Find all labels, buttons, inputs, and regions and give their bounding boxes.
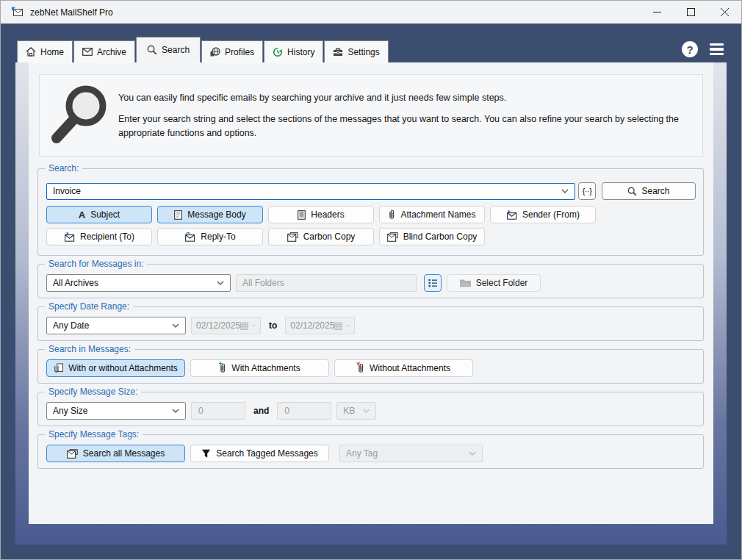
group-message-tags: Specify Message Tags: Search all Message… (37, 434, 704, 469)
toggle-with-or-without-attachments[interactable]: With or without Attachments (46, 359, 185, 377)
paperclip-icon (388, 209, 395, 220)
size-max-value: 0 (284, 406, 289, 416)
toggle-sender-from[interactable]: Sender (From) (490, 206, 596, 223)
toggle-search-all-messages[interactable]: Search all Messages (46, 445, 185, 462)
tag-select-value: Any Tag (346, 448, 378, 459)
content-frame: You can easily find specific emails by s… (15, 62, 727, 545)
search-query-input[interactable]: Invoice (46, 183, 575, 200)
group-date-range: Specify Date Range: Any Date 02/12/2025 (37, 306, 704, 341)
tab-search[interactable]: Search (136, 37, 201, 62)
tab-history[interactable]: History (264, 40, 323, 62)
group-location: Search for Messages in: All Archives All… (37, 264, 704, 298)
date-from-picker: 02/12/2025 (191, 317, 261, 334)
toggle-without-attachments[interactable]: × Without Attachments (334, 359, 473, 377)
tab-profiles[interactable]: Profiles (201, 40, 263, 62)
maximize-button[interactable] (674, 1, 707, 24)
search-icon (147, 45, 157, 55)
toggle-label: With Attachments (231, 363, 300, 373)
search-button[interactable]: Search (602, 182, 696, 200)
home-icon (26, 47, 36, 57)
tab-label: Profiles (225, 47, 254, 57)
intro-paragraph-2: Enter your search string and select the … (118, 112, 692, 139)
toggle-label: Carbon Copy (303, 231, 356, 242)
envelope-stack-icon (387, 232, 398, 242)
intro-text: You can easily find specific emails by s… (118, 91, 702, 139)
tab-strip: Home Archive Search Profiles (17, 37, 389, 62)
date-to-label: to (269, 320, 277, 331)
tag-select: Any Tag (339, 445, 483, 462)
toggle-recipient-to[interactable]: Recipient (To) (46, 228, 152, 245)
tab-label: History (287, 47, 314, 57)
window-title: zebNet MailShelf Pro (30, 7, 113, 18)
toggle-attachment-names[interactable]: Attachment Names (379, 206, 485, 223)
toggle-label: Without Attachments (370, 363, 450, 373)
size-and-label: and (253, 406, 269, 416)
size-min-value: 0 (198, 406, 203, 416)
envelope-icon (82, 48, 93, 56)
chevron-down-icon (172, 409, 179, 413)
group-message-size: Specify Message Size: Any Size 0 and 0 (37, 392, 704, 426)
date-preset-select[interactable]: Any Date (46, 317, 186, 334)
document-lines-icon (298, 210, 306, 220)
toggle-label: Reply-To (201, 231, 235, 242)
toggle-headers[interactable]: Headers (268, 206, 374, 223)
group-location-label: Search for Messages in: (45, 259, 147, 269)
folder-icon (460, 279, 471, 287)
envelope-stack-icon (67, 449, 78, 459)
group-attachments: Search in Messages: With or without Atta… (37, 349, 704, 384)
archive-select[interactable]: All Archives (46, 274, 231, 292)
envelope-in-icon (64, 232, 75, 242)
envelope-reply-icon (184, 232, 195, 242)
folder-tree-button[interactable] (424, 274, 442, 292)
paperclip-document-icon (54, 363, 63, 373)
group-date-range-label: Specify Date Range: (45, 301, 133, 312)
tab-home[interactable]: Home (17, 40, 73, 62)
date-to-picker: 02/12/2025 (285, 317, 355, 334)
intro-panel: You can easily find specific emails by s… (39, 74, 703, 157)
folder-select: All Folders (236, 274, 417, 292)
tab-label: Settings (347, 47, 379, 57)
close-button[interactable] (707, 1, 741, 24)
tab-archive[interactable]: Archive (73, 40, 135, 62)
size-max-input: 0 (277, 402, 331, 420)
app-body: Home Archive Search Profiles (1, 24, 741, 559)
toggle-blind-carbon-copy[interactable]: Blind Carbon Copy (379, 228, 485, 245)
chevron-down-icon (217, 281, 224, 285)
tab-label: Home (40, 47, 64, 57)
select-folder-label: Select Folder (476, 278, 528, 288)
toggle-search-tagged-messages[interactable]: Search Tagged Messages (190, 445, 329, 462)
size-min-input: 0 (191, 402, 245, 420)
app-window: zebNet MailShelf Pro Home (0, 0, 742, 560)
date-preset-value: Any Date (53, 320, 89, 331)
toggle-carbon-copy[interactable]: Carbon Copy (268, 228, 374, 245)
toolbox-icon (333, 48, 343, 57)
toggle-reply-to[interactable]: Reply-To (157, 228, 263, 245)
tab-settings[interactable]: Settings (324, 40, 388, 62)
calendar-icon (334, 322, 342, 330)
toggle-message-body[interactable]: Message Body (157, 206, 263, 223)
group-message-size-label: Specify Message Size: (45, 387, 141, 397)
archive-select-value: All Archives (53, 278, 98, 288)
globe-icon (210, 47, 220, 57)
select-folder-button: Select Folder (447, 274, 541, 292)
intro-paragraph-1: You can easily find specific emails by s… (118, 91, 692, 104)
menu-icon[interactable] (710, 43, 724, 56)
toggle-subject[interactable]: A Subject (46, 206, 152, 223)
search-button-label: Search (641, 186, 669, 196)
minimize-button[interactable] (640, 1, 674, 24)
paperclip-plus-icon: + (219, 363, 226, 373)
size-preset-select[interactable]: Any Size (46, 402, 186, 420)
toggle-with-attachments[interactable]: + With Attachments (190, 359, 329, 377)
app-logo-icon (10, 7, 24, 18)
titlebar: zebNet MailShelf Pro (1, 1, 741, 24)
tab-label: Search (162, 45, 190, 55)
regex-label: {··} (583, 187, 592, 195)
help-glyph: ? (686, 43, 693, 56)
chevron-down-icon (363, 409, 370, 413)
chevron-down-icon (469, 451, 476, 456)
plus-badge-icon: + (218, 361, 222, 367)
calendar-icon (240, 322, 248, 330)
regex-button[interactable]: {··} (578, 182, 596, 200)
chevron-down-icon (251, 323, 256, 328)
help-icon[interactable]: ? (682, 41, 698, 57)
